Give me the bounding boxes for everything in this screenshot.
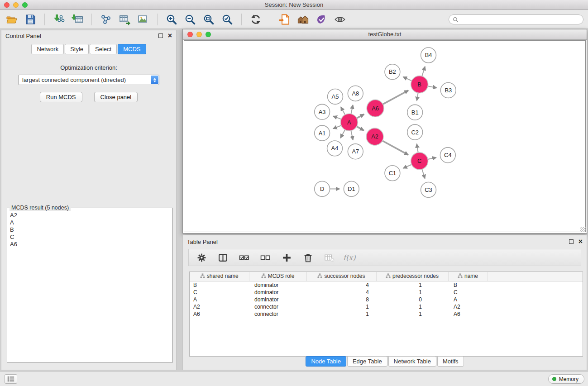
- float-panel-icon[interactable]: [158, 33, 163, 38]
- network-window-titlebar[interactable]: testGlobe.txt: [183, 29, 587, 40]
- graph-edge-A-A6[interactable]: [357, 114, 364, 118]
- graph-node-A8[interactable]: A8: [348, 86, 363, 101]
- close-network-window-button[interactable]: [187, 32, 193, 37]
- home-button[interactable]: [296, 12, 310, 27]
- graph-edge-C-C1[interactable]: [403, 165, 412, 168]
- cell-shared-name[interactable]: A2: [190, 303, 249, 310]
- table-row[interactable]: Bdominator41B: [190, 281, 583, 289]
- graph-edge-A-A7[interactable]: [351, 131, 353, 140]
- close-panel-button[interactable]: Close panel: [94, 92, 138, 102]
- graph-node-A1[interactable]: A1: [315, 125, 330, 141]
- graph-node-C4[interactable]: C4: [440, 148, 455, 163]
- graph-node-A[interactable]: A: [340, 114, 358, 131]
- graph-node-B3[interactable]: B3: [440, 83, 456, 98]
- cell-name[interactable]: C: [448, 289, 488, 296]
- export-table-button[interactable]: [117, 12, 132, 27]
- cell-successor-nodes[interactable]: 1: [306, 303, 376, 310]
- tab-select[interactable]: Select: [90, 44, 117, 54]
- graph-node-A4[interactable]: A4: [327, 141, 343, 156]
- zoom-network-window-button[interactable]: [206, 32, 211, 37]
- cell-mcds-role[interactable]: connector: [249, 310, 306, 318]
- save-session-button[interactable]: [23, 12, 38, 27]
- copy-network-button[interactable]: [99, 12, 113, 27]
- graph-node-A7[interactable]: A7: [348, 144, 363, 159]
- search-box[interactable]: [449, 14, 583, 24]
- graph-edge-C-C3[interactable]: [422, 169, 425, 179]
- import-table-from-file-button[interactable]: [70, 12, 85, 27]
- cell-mcds-role[interactable]: dominator: [249, 296, 306, 303]
- close-panel-icon[interactable]: ×: [168, 33, 172, 38]
- graph-edge-A-A8[interactable]: [351, 105, 353, 114]
- table-tab-edge-table[interactable]: Edge Table: [347, 356, 387, 367]
- graph-edge-A-A1[interactable]: [333, 125, 341, 129]
- import-table-disabled-button[interactable]: [322, 250, 336, 265]
- minimize-window-button[interactable]: [13, 2, 19, 8]
- graph-node-A6[interactable]: A6: [367, 100, 384, 117]
- task-history-button[interactable]: [5, 374, 17, 384]
- apply-style-button[interactable]: [314, 12, 329, 27]
- deselect-all-button[interactable]: [258, 250, 272, 265]
- cell-name[interactable]: A6: [448, 310, 488, 318]
- cell-shared-name[interactable]: B: [190, 281, 249, 289]
- mcds-result-item[interactable]: B: [10, 226, 170, 234]
- graph-edge-C-C4[interactable]: [428, 157, 436, 159]
- table-settings-button[interactable]: [194, 250, 209, 265]
- zoom-window-button[interactable]: [22, 2, 28, 8]
- float-table-panel-icon[interactable]: [569, 239, 574, 244]
- zoom-out-button[interactable]: [183, 12, 197, 27]
- graph-edge-A-A4[interactable]: [340, 130, 345, 138]
- graph-node-D[interactable]: D: [315, 181, 330, 197]
- search-input[interactable]: [461, 16, 579, 23]
- mcds-result-item[interactable]: C: [10, 234, 170, 241]
- cell-name[interactable]: A2: [448, 303, 488, 310]
- graph-edge-A-A2[interactable]: [357, 126, 364, 130]
- select-all-button[interactable]: [237, 250, 251, 265]
- cell-mcds-role[interactable]: dominator: [249, 289, 306, 296]
- cell-mcds-role[interactable]: connector: [249, 303, 306, 310]
- graph-edge-A2-C[interactable]: [382, 141, 408, 155]
- column-header-shared-name[interactable]: shared name: [190, 272, 249, 281]
- graph-edge-B-B4[interactable]: [422, 67, 425, 76]
- table-row[interactable]: A6connector11A6: [190, 310, 583, 318]
- graph-node-C1[interactable]: C1: [385, 166, 400, 181]
- graph-node-B[interactable]: B: [411, 76, 428, 93]
- network-canvas[interactable]: B4B2BB3A8A5A6A3B1AC2A1A2A4A7C4CC1C3DD1: [184, 40, 586, 232]
- graph-edge-B-B3[interactable]: [428, 86, 437, 88]
- cell-predecessor-nodes[interactable]: 1: [376, 281, 448, 289]
- cell-successor-nodes[interactable]: 8: [306, 296, 376, 303]
- zoom-fit-button[interactable]: [201, 12, 216, 27]
- graph-edge-B-B2[interactable]: [403, 77, 411, 81]
- column-header-successor-nodes[interactable]: successor nodes: [306, 272, 376, 281]
- graph-node-D1[interactable]: D1: [344, 181, 359, 197]
- tab-network[interactable]: Network: [31, 44, 64, 54]
- graph-node-C2[interactable]: C2: [407, 124, 423, 140]
- graph-node-A3[interactable]: A3: [315, 104, 330, 119]
- graph-node-B1[interactable]: B1: [407, 105, 423, 120]
- graph-node-B2[interactable]: B2: [385, 64, 400, 80]
- refresh-view-button[interactable]: [249, 12, 263, 27]
- table-row[interactable]: Adominator80A: [190, 296, 583, 303]
- cell-predecessor-nodes[interactable]: 1: [376, 310, 448, 318]
- cell-successor-nodes[interactable]: 1: [306, 310, 376, 318]
- mcds-result-item[interactable]: A6: [10, 241, 170, 248]
- optimization-criterion-select[interactable]: largest connected component (directed): [18, 75, 159, 85]
- minimize-network-window-button[interactable]: [196, 32, 202, 37]
- cell-successor-nodes[interactable]: 4: [306, 281, 376, 289]
- import-network-from-file-button[interactable]: [52, 12, 66, 27]
- table-row[interactable]: A2connector11A2: [190, 303, 583, 310]
- import-file-button[interactable]: [277, 12, 292, 27]
- tab-style[interactable]: Style: [65, 44, 89, 54]
- mcds-result-item[interactable]: A: [10, 219, 170, 226]
- column-header-predecessor-nodes[interactable]: predecessor nodes: [376, 272, 448, 281]
- export-image-button[interactable]: [136, 12, 150, 27]
- cell-successor-nodes[interactable]: 4: [306, 289, 376, 296]
- graph-node-C3[interactable]: C3: [421, 182, 436, 198]
- open-file-button[interactable]: [5, 12, 19, 27]
- table-tab-node-table[interactable]: Node Table: [306, 356, 346, 367]
- graph-node-B4[interactable]: B4: [421, 48, 436, 63]
- graph-edge-A-A5[interactable]: [341, 107, 345, 114]
- cell-name[interactable]: A: [448, 296, 488, 303]
- create-column-button[interactable]: [279, 250, 294, 265]
- cell-shared-name[interactable]: A: [190, 296, 249, 303]
- table-tab-motifs[interactable]: Motifs: [437, 356, 464, 367]
